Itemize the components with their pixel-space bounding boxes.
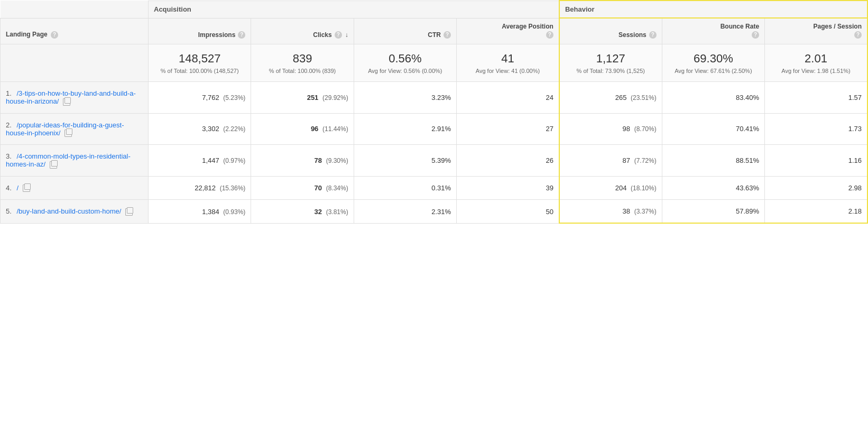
row-bounce-rate: 43.63% [662, 176, 764, 200]
row-impressions: 1,384 (0.93%) [149, 200, 251, 224]
row-pages-session: 1.57 [765, 82, 867, 114]
pages-session-header: Pages / Session ? [765, 18, 867, 44]
row-sessions: 98 (8.70%) [559, 113, 662, 145]
row-pages-session: 2.98 [765, 176, 867, 200]
row-avg-position: 50 [457, 200, 559, 224]
column-header-row: Landing Page ? Impressions ? Clicks [1, 18, 868, 44]
row-bounce-rate: 83.40% [662, 82, 764, 114]
table-row: 1. /3-tips-on-how-to-buy-land-and-build-… [1, 82, 868, 114]
totals-bounce-rate: 69.30% Avg for View: 67.61% (2.50%) [662, 44, 764, 82]
bounce-rate-header: Bounce Rate ? [662, 18, 764, 44]
clicks-pct: (3.81%) [326, 208, 348, 216]
row-number: 3. [6, 152, 12, 160]
copy-icon[interactable] [50, 161, 57, 169]
clicks-value: 96 [311, 125, 318, 133]
landing-page-help-icon[interactable]: ? [51, 31, 58, 39]
copy-icon[interactable] [23, 185, 30, 192]
impressions-header: Impressions ? [149, 18, 251, 44]
totals-clicks-value: 839 [293, 52, 312, 65]
row-sessions: 204 (18.10%) [559, 176, 662, 200]
totals-ctr-subtitle: Avg for View: 0.56% (0.00%) [359, 68, 451, 74]
row-pages-session: 2.18 [765, 200, 867, 224]
totals-pages-session: 2.01 Avg for View: 1.98 (1.51%) [765, 44, 867, 82]
totals-clicks-subtitle: % of Total: 100.00% (839) [256, 68, 348, 74]
copy-icon[interactable] [64, 130, 72, 137]
sessions-label: Sessions [618, 31, 647, 39]
row-number: 2. [6, 121, 12, 129]
row-pages-session: 1.16 [765, 145, 867, 177]
totals-avg-position-subtitle: Avg for View: 41 (0.00%) [462, 68, 553, 74]
totals-sessions-value: 1,127 [596, 52, 625, 65]
avg-position-help-icon[interactable]: ? [546, 31, 553, 39]
clicks-label: Clicks [313, 31, 331, 39]
bounce-rate-label: Bounce Rate [721, 23, 759, 30]
totals-ctr: 0.56% Avg for View: 0.56% (0.00%) [354, 44, 456, 82]
sessions-help-icon[interactable]: ? [649, 31, 657, 39]
analytics-table-container: Acquisition Behavior Landing Page ? Impr… [0, 0, 868, 224]
totals-impressions-subtitle: % of Total: 100.00% (148,527) [154, 68, 245, 74]
landing-page-header: Landing Page ? [1, 18, 149, 44]
row-bounce-rate: 88.51% [662, 145, 764, 177]
totals-sessions-subtitle: % of Total: 73.90% (1,525) [565, 68, 657, 74]
row-sessions: 38 (3.37%) [559, 200, 662, 224]
totals-row: 148,527 % of Total: 100.00% (148,527) 83… [1, 44, 868, 82]
impressions-help-icon[interactable]: ? [238, 31, 245, 39]
page-link[interactable]: /4-common-mold-types-in-residential-home… [6, 152, 131, 168]
pages-session-label: Pages / Session [814, 23, 862, 30]
totals-landing-cell [1, 44, 149, 82]
row-sessions: 265 (23.51%) [559, 82, 662, 114]
totals-avg-position: 41 Avg for View: 41 (0.00%) [457, 44, 559, 82]
acquisition-section-header: Acquisition [149, 1, 559, 18]
ctr-label: CTR [428, 31, 441, 39]
clicks-help-icon[interactable]: ? [335, 31, 342, 39]
behavior-label: Behavior [565, 5, 595, 13]
sessions-pct: (8.70%) [634, 125, 657, 133]
page-link[interactable]: /buy-land-and-build-custom-home/ [16, 207, 121, 215]
row-number: 1. [6, 89, 12, 97]
row-impressions: 7,762 (5.23%) [149, 82, 251, 114]
row-impressions: 3,302 (2.22%) [149, 113, 251, 145]
row-avg-position: 27 [457, 113, 559, 145]
sort-arrow-icon[interactable]: ↓ [345, 31, 348, 39]
row-clicks: 251 (29.92%) [251, 82, 354, 114]
row-bounce-rate: 57.89% [662, 200, 764, 224]
avg-position-header: Average Position ? [457, 18, 559, 44]
table-row: 3. /4-common-mold-types-in-residential-h… [1, 145, 868, 177]
clicks-value: 32 [315, 208, 322, 216]
row-number: 5. [6, 207, 12, 215]
behavior-section-header: Behavior [559, 1, 867, 18]
empty-section-header [1, 1, 149, 18]
row-landing-cell: 4. / [1, 176, 149, 200]
row-landing-cell: 5. /buy-land-and-build-custom-home/ [1, 200, 149, 224]
page-link[interactable]: / [16, 184, 19, 192]
table-row: 2. /popular-ideas-for-building-a-guest-h… [1, 113, 868, 145]
impressions-pct: (2.22%) [223, 125, 245, 133]
row-landing-cell: 1. /3-tips-on-how-to-buy-land-and-build-… [1, 82, 149, 114]
copy-icon[interactable] [63, 98, 70, 106]
clicks-pct: (8.34%) [326, 185, 348, 192]
row-avg-position: 39 [457, 176, 559, 200]
clicks-header[interactable]: Clicks ? ↓ [251, 18, 354, 44]
totals-avg-position-value: 41 [501, 52, 514, 65]
row-clicks: 70 (8.34%) [251, 176, 354, 200]
sessions-pct: (18.10%) [631, 185, 657, 192]
row-clicks: 96 (11.44%) [251, 113, 354, 145]
bounce-rate-help-icon[interactable]: ? [752, 31, 759, 39]
row-pages-session: 1.73 [765, 113, 867, 145]
row-clicks: 78 (9.30%) [251, 145, 354, 177]
clicks-pct: (9.30%) [326, 157, 348, 164]
totals-impressions: 148,527 % of Total: 100.00% (148,527) [149, 44, 251, 82]
impressions-pct: (5.23%) [223, 94, 245, 102]
row-impressions: 22,812 (15.36%) [149, 176, 251, 200]
row-sessions: 87 (7.72%) [559, 145, 662, 177]
totals-clicks: 839 % of Total: 100.00% (839) [251, 44, 354, 82]
totals-pages-session-value: 2.01 [805, 52, 827, 65]
impressions-pct: (0.97%) [223, 157, 245, 164]
row-landing-cell: 3. /4-common-mold-types-in-residential-h… [1, 145, 149, 177]
pages-session-help-icon[interactable]: ? [854, 31, 862, 39]
row-clicks: 32 (3.81%) [251, 200, 354, 224]
copy-icon[interactable] [125, 208, 133, 216]
avg-position-label: Average Position [502, 23, 553, 30]
ctr-help-icon[interactable]: ? [444, 31, 451, 39]
row-ctr: 0.31% [354, 176, 456, 200]
